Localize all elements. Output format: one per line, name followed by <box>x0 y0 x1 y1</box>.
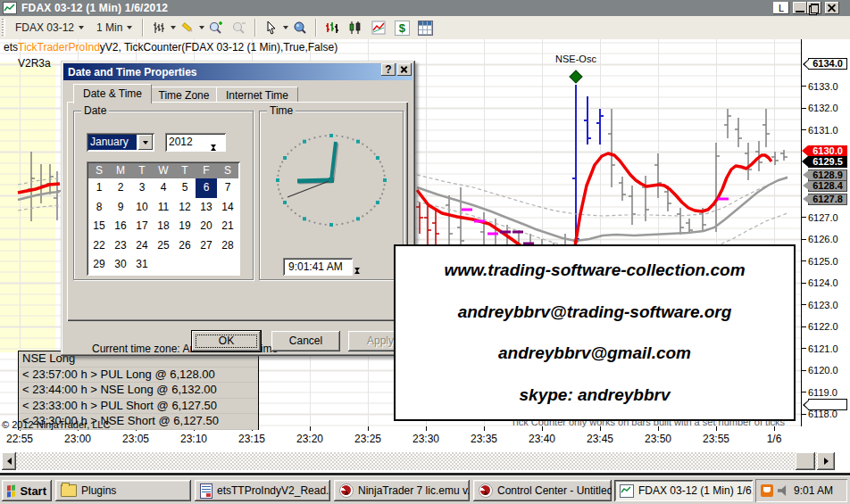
calendar-day-cell[interactable]: 14 <box>217 198 238 218</box>
time-tick-label: 22:55 <box>6 433 33 445</box>
calendar-day-cell[interactable]: 16 <box>110 217 131 236</box>
calendar[interactable]: SMTWTFS 12345678910111213141516171819202… <box>87 161 240 276</box>
calendar-day-header: S <box>217 163 238 178</box>
nt-icon <box>479 483 493 498</box>
java-tray-icon[interactable] <box>761 484 773 497</box>
calendar-day-cell[interactable] <box>217 255 238 275</box>
calendar-day-cell[interactable] <box>153 255 174 275</box>
calendar-day-header: W <box>153 163 174 178</box>
time-spinner[interactable] <box>353 258 368 276</box>
calendar-day-cell[interactable]: 6 <box>196 178 217 198</box>
calendar-day-cell[interactable]: 22 <box>88 236 110 256</box>
scrollbar-thumb[interactable] <box>796 452 815 470</box>
taskbar-item-2[interactable]: etsTTProIndyV2_Read... <box>195 480 330 501</box>
nt-icon <box>339 483 354 498</box>
time-tick-mark <box>310 426 311 431</box>
tick-text: 6124.0 <box>808 277 838 288</box>
calendar-day-cell[interactable]: 9 <box>110 198 131 218</box>
spin-down-icon[interactable] <box>211 145 216 161</box>
tick-text: 6122.0 <box>808 321 838 332</box>
price-marker-blank <box>808 399 847 410</box>
calendar-day-cell[interactable]: 27 <box>196 236 217 256</box>
calendar-day-cell[interactable]: 10 <box>131 198 153 218</box>
date-groupbox: Date January 2012 SMTWTFS 12345678910111… <box>73 111 254 280</box>
osc-marker-label: NSE-Osc <box>555 54 596 64</box>
ok-button[interactable]: OK <box>192 331 261 351</box>
datetime-dialog[interactable]: Date and Time Properties ? Date & Time T… <box>61 61 415 356</box>
time-tick-label: 23:55 <box>703 433 729 445</box>
calendar-day-cell[interactable]: 20 <box>196 217 217 236</box>
calendar-day-cell[interactable]: 11 <box>153 198 174 218</box>
indicator-label-highlight: TickTraderProInd <box>18 41 100 54</box>
cancel-button[interactable]: Cancel <box>271 331 340 351</box>
calendar-day-cell[interactable]: 7 <box>217 178 238 198</box>
calendar-day-cell[interactable]: 29 <box>88 255 110 275</box>
calendar-day-cell[interactable]: 23 <box>110 236 131 256</box>
calendar-day-cell[interactable]: 28 <box>217 236 238 256</box>
spin-down-icon[interactable] <box>354 268 360 284</box>
dialog-tab-panel: Date January 2012 SMTWTFS 12345678910111… <box>67 102 408 321</box>
calendar-day-cell[interactable]: 12 <box>174 198 196 218</box>
calendar-day-cell[interactable]: 1 <box>88 178 110 198</box>
tick-mark <box>802 239 806 240</box>
year-value: 2012 <box>169 136 193 148</box>
chart-scrollbar <box>0 450 850 473</box>
calendar-day-cell[interactable]: 26 <box>174 236 196 256</box>
indicator-label-post: yV2, TickCounter(FDAX 03-12 (1 Min),True… <box>100 41 338 54</box>
restore-button[interactable] <box>807 2 821 14</box>
calendar-day-cell[interactable]: 13 <box>196 198 217 218</box>
calendar-day-cell[interactable]: 4 <box>153 178 174 198</box>
time-value: 9:01:41 AM <box>288 260 343 273</box>
time-tick-label: 23:25 <box>354 433 381 445</box>
time-tick-label: 23:40 <box>529 433 555 445</box>
calendar-day-cell[interactable]: 21 <box>217 217 238 236</box>
system-tray: 9:01 AM <box>755 479 847 502</box>
time-tick-mark <box>484 426 485 431</box>
start-button[interactable]: Start <box>2 480 52 501</box>
calendar-day-cell[interactable]: 18 <box>153 217 174 236</box>
ad-text-line: andreybbrv@trading-software.org <box>396 302 794 322</box>
calendar-day-cell[interactable]: 25 <box>153 236 174 256</box>
month-combobox[interactable]: January <box>87 133 154 152</box>
calendar-day-cell[interactable]: 17 <box>131 217 153 236</box>
dialog-titlebar[interactable]: Date and Time Properties <box>63 63 412 80</box>
price-marker-6128.9: 6128.9 <box>808 169 847 181</box>
calendar-day-cell[interactable]: 3 <box>131 178 153 198</box>
time-group-label: Time <box>267 104 296 117</box>
taskbar-item-3[interactable]: NinjaTrader 7 lic.emu v... <box>334 480 470 501</box>
scrollbar-right-button[interactable] <box>817 452 835 470</box>
combo-dropdown-button[interactable] <box>138 135 153 150</box>
time-tick-label: 23:05 <box>122 433 149 445</box>
price-axis[interactable]: 6133.06132.06131.06127.06126.06125.06124… <box>801 39 850 426</box>
calendar-day-headers: SMTWTFS <box>88 163 238 178</box>
calendar-day-cell[interactable]: 15 <box>88 217 110 236</box>
time-input[interactable]: 9:01:41 AM <box>283 258 353 276</box>
calendar-day-cell[interactable] <box>174 255 196 275</box>
dialog-help-button[interactable]: ? <box>381 63 396 76</box>
calendar-day-cell[interactable]: 8 <box>88 198 110 218</box>
tab-date-time[interactable]: Date & Time <box>73 84 152 103</box>
dialog-close-button[interactable] <box>397 63 412 76</box>
tick-text: 6119.0 <box>808 387 838 398</box>
year-spinner[interactable]: 2012 <box>165 133 226 152</box>
calendar-day-cell[interactable]: 2 <box>110 178 131 198</box>
scrollbar-left-button[interactable] <box>2 452 16 470</box>
arrow-left-icon <box>7 458 12 465</box>
time-tick-mark <box>426 426 427 431</box>
speaker-icon[interactable] <box>778 485 789 496</box>
time-tick-label: 1/6 <box>767 433 782 445</box>
taskbar-item-1[interactable]: Plugins <box>55 480 191 501</box>
calendar-day-cell[interactable]: 24 <box>131 236 153 256</box>
calendar-day-cell[interactable]: 5 <box>174 178 196 198</box>
scrollbar-track[interactable] <box>2 452 817 470</box>
trade-log-line: < 23:44:00 h > NSE Long @ 6,132.00 <box>19 383 258 399</box>
taskbar-item-5[interactable]: FDAX 03-12 (1 Min) 1/6... <box>614 480 753 501</box>
calendar-day-cell[interactable]: 19 <box>174 217 196 236</box>
calendar-day-cell[interactable]: 31 <box>131 255 153 275</box>
time-tick-label: 23:00 <box>64 433 91 445</box>
close-button[interactable] <box>825 2 839 14</box>
time-tick-label: 23:30 <box>412 433 439 445</box>
calendar-day-cell[interactable]: 30 <box>110 255 131 275</box>
taskbar-item-4[interactable]: Control Center - Untitled1 <box>473 480 612 501</box>
calendar-day-cell[interactable] <box>196 255 217 275</box>
